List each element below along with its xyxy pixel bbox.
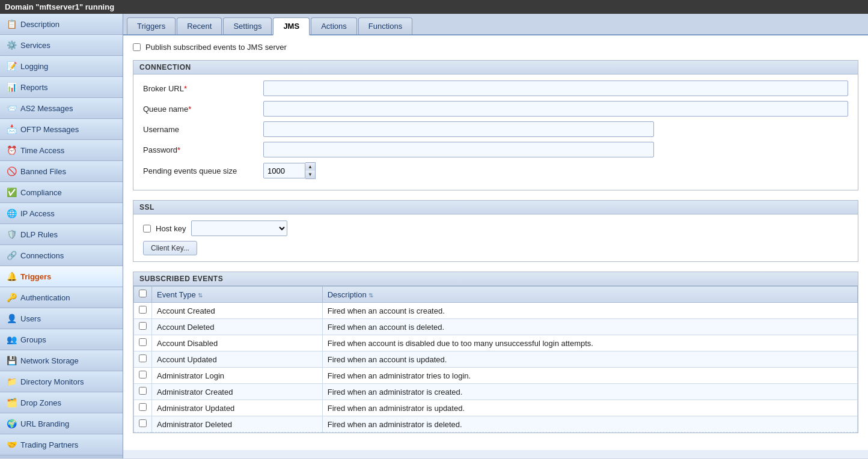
row-checkbox-7[interactable] <box>139 419 147 427</box>
sidebar-item-trading-partners[interactable]: 🤝 Trading Partners <box>0 434 123 455</box>
content-area: TriggersRecentSettingsJMSActionsFunction… <box>123 14 868 458</box>
event-type-cell: Administrator Updated <box>152 400 323 416</box>
title-bar: Domain "mftserver1" running <box>0 0 868 14</box>
publish-checkbox[interactable] <box>133 43 141 51</box>
sidebar-item-url-branding[interactable]: 🌍 URL Branding <box>0 413 123 434</box>
sidebar-item-drop-zones[interactable]: 🗂️ Drop Zones <box>0 392 123 413</box>
host-key-select[interactable] <box>191 220 287 236</box>
recent-tab[interactable]: Recent <box>177 17 222 34</box>
sidebar-item-dlp-rules[interactable]: 🛡️ DLP Rules <box>0 224 123 245</box>
queue-name-input[interactable] <box>263 101 848 117</box>
sidebar-label-services: Services <box>20 41 50 50</box>
sidebar-icon-banned-files: 🚫 <box>6 166 17 177</box>
description-cell: Fired when an account is deleted. <box>322 319 857 335</box>
sidebar-icon-triggers: 🔔 <box>6 271 17 282</box>
settings-tab[interactable]: Settings <box>223 17 272 34</box>
sidebar-item-description[interactable]: 📋 Description <box>0 14 123 35</box>
sidebar-label-logging: Logging <box>20 62 48 71</box>
sidebar-item-users[interactable]: 👤 Users <box>0 308 123 329</box>
sidebar-item-directory-monitors[interactable]: 📁 Directory Monitors <box>0 371 123 392</box>
description-header[interactable]: Description ⇅ <box>322 287 857 303</box>
client-key-button[interactable]: Client Key... <box>143 241 197 255</box>
sidebar-label-network-storage: Network Storage <box>20 356 79 365</box>
row-checkbox-5[interactable] <box>139 387 147 395</box>
sidebar-item-services[interactable]: ⚙️ Services <box>0 35 123 56</box>
sidebar-item-reports[interactable]: 📊 Reports <box>0 77 123 98</box>
pending-queue-label: Pending events queue size <box>143 166 263 175</box>
row-checkbox-3[interactable] <box>139 354 147 362</box>
sidebar-item-authentication[interactable]: 🔑 Authentication <box>0 287 123 308</box>
sidebar-item-connections[interactable]: 🔗 Connections <box>0 245 123 266</box>
broker-url-input[interactable] <box>263 81 848 96</box>
sidebar-icon-compliance: ✅ <box>6 187 17 198</box>
sidebar-icon-time-access: ⏰ <box>6 145 17 156</box>
password-input[interactable] <box>263 142 654 157</box>
host-key-label: Host key <box>156 224 186 233</box>
sidebar-icon-users: 👤 <box>6 313 17 324</box>
event-type-cell: Account Deleted <box>152 319 323 335</box>
sidebar-label-ip-access: IP Access <box>20 209 55 218</box>
pending-queue-row: Pending events queue size ▲ ▼ <box>143 162 848 179</box>
sidebar-item-ip-access[interactable]: 🌐 IP Access <box>0 203 123 224</box>
sidebar-icon-trading-partners: 🤝 <box>6 439 17 450</box>
functions-tab[interactable]: Functions <box>358 17 412 34</box>
sidebar-label-users: Users <box>20 314 41 323</box>
event-type-header[interactable]: Event Type ⇅ <box>152 287 323 303</box>
row-checkbox-6[interactable] <box>139 403 147 411</box>
username-input[interactable] <box>263 121 654 137</box>
sidebar-item-triggers[interactable]: 🔔 Triggers <box>0 266 123 287</box>
row-checkbox-cell <box>134 351 152 368</box>
sidebar-icon-authentication: 🔑 <box>6 292 17 303</box>
sidebar-label-compliance: Compliance <box>20 188 62 197</box>
sidebar-label-groups: Groups <box>20 335 46 344</box>
sidebar-icon-drop-zones: 🗂️ <box>6 397 17 408</box>
ssl-title: SSL <box>133 201 858 214</box>
event-type-cell: Administrator Created <box>152 384 323 400</box>
row-checkbox-2[interactable] <box>139 338 147 346</box>
sidebar-label-trading-partners: Trading Partners <box>20 440 78 449</box>
broker-url-label: Broker URL* <box>143 84 263 93</box>
host-key-checkbox[interactable] <box>143 225 151 233</box>
table-row: Account Created Fired when an account is… <box>134 303 858 319</box>
title-text: Domain "mftserver1" running <box>5 2 114 11</box>
sidebar-icon-oftp-messages: 📩 <box>6 124 17 135</box>
sidebar-item-banned-files[interactable]: 🚫 Banned Files <box>0 161 123 182</box>
table-row: Administrator Deleted Fired when an admi… <box>134 416 858 433</box>
description-cell: Fired when an administrator is created. <box>322 384 857 400</box>
connection-title: CONNECTION <box>133 61 858 74</box>
event-type-sort-icon: ⇅ <box>198 292 203 299</box>
jms-tab[interactable]: JMS <box>273 17 310 35</box>
sidebar-item-logging[interactable]: 📝 Logging <box>0 56 123 77</box>
sidebar-label-time-access: Time Access <box>20 146 64 155</box>
sidebar-item-as2-messages[interactable]: 📨 AS2 Messages <box>0 98 123 119</box>
triggers-tab[interactable]: Triggers <box>127 17 176 34</box>
sidebar-item-compliance[interactable]: ✅ Compliance <box>0 182 123 203</box>
sidebar-icon-connections: 🔗 <box>6 250 17 261</box>
sidebar-label-banned-files: Banned Files <box>20 167 66 176</box>
actions-tab[interactable]: Actions <box>311 17 357 34</box>
sidebar-label-drop-zones: Drop Zones <box>20 398 61 407</box>
sidebar-label-url-branding: URL Branding <box>20 419 69 428</box>
sidebar-item-time-access[interactable]: ⏰ Time Access <box>0 140 123 161</box>
queue-name-label: Queue name* <box>143 105 263 114</box>
password-label: Password* <box>143 145 263 154</box>
sidebar-item-oftp-messages[interactable]: 📩 OFTP Messages <box>0 119 123 140</box>
row-checkbox-4[interactable] <box>139 371 147 378</box>
description-cell: Fired when an account is updated. <box>322 351 857 368</box>
row-checkbox-1[interactable] <box>139 322 147 330</box>
events-table: Event Type ⇅ Description ⇅ Acco <box>133 286 858 433</box>
pending-queue-input[interactable] <box>263 163 305 178</box>
row-checkbox-cell <box>134 368 152 384</box>
event-type-cell: Account Updated <box>152 351 323 368</box>
description-cell: Fired when an account is created. <box>322 303 857 319</box>
select-all-checkbox[interactable] <box>139 290 147 297</box>
sidebar-icon-url-branding: 🌍 <box>6 418 17 429</box>
sidebar-icon-directory-monitors: 📁 <box>6 376 17 387</box>
sidebar-item-groups[interactable]: 👥 Groups <box>0 329 123 350</box>
sidebar-icon-logging: 📝 <box>6 61 17 71</box>
spinner-up[interactable]: ▲ <box>305 163 315 171</box>
spinner-down[interactable]: ▼ <box>305 171 315 178</box>
row-checkbox-0[interactable] <box>139 306 147 314</box>
sidebar-item-network-storage[interactable]: 💾 Network Storage <box>0 350 123 371</box>
row-checkbox-cell <box>134 303 152 319</box>
